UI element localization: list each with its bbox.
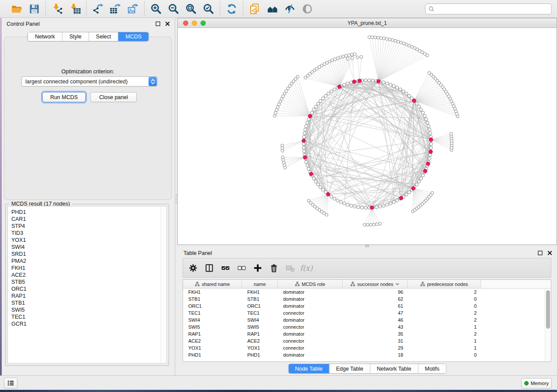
network-node[interactable] [345, 54, 348, 57]
mcds-hub-node[interactable] [377, 79, 380, 83]
network-node[interactable] [427, 124, 430, 127]
network-node[interactable] [316, 183, 319, 186]
network-node[interactable] [324, 94, 327, 97]
result-node-item[interactable]: GCR1 [11, 320, 166, 327]
run-mcds-button[interactable]: Run MCDS [42, 92, 86, 102]
network-node[interactable] [349, 204, 353, 207]
network-node[interactable] [376, 223, 379, 226]
mcds-hub-node[interactable] [338, 85, 341, 89]
zoom-window-button[interactable] [201, 21, 206, 26]
network-node[interactable] [377, 36, 380, 39]
network-node[interactable] [279, 100, 282, 103]
network-node[interactable] [431, 192, 434, 195]
tab-network[interactable]: Network [28, 32, 62, 41]
mcds-hub-node[interactable] [412, 99, 416, 102]
table-scrollbar-thumb[interactable] [546, 290, 550, 329]
network-node[interactable] [339, 200, 343, 203]
network-node[interactable] [405, 193, 408, 196]
network-node[interactable] [312, 177, 315, 180]
result-node-item[interactable]: RAP1 [11, 292, 166, 299]
network-node[interactable] [425, 118, 428, 121]
network-node[interactable] [314, 105, 317, 108]
import-table-button[interactable] [68, 2, 81, 15]
network-node[interactable] [284, 166, 287, 169]
network-node[interactable] [363, 223, 366, 226]
column-header-shared-name[interactable]: shared name [183, 280, 242, 288]
tab-motifs[interactable]: Motifs [418, 364, 446, 373]
mcds-hub-node[interactable] [326, 193, 330, 196]
table-row[interactable]: FKH1FKH1dominator962 [183, 289, 551, 296]
network-node[interactable] [386, 203, 389, 206]
network-canvas[interactable] [178, 28, 557, 244]
network-node[interactable] [356, 56, 359, 59]
network-node[interactable] [368, 36, 371, 39]
network-node[interactable] [327, 92, 330, 95]
float-panel-icon[interactable] [156, 21, 160, 26]
close-panel-icon[interactable] [547, 251, 552, 255]
network-node[interactable] [426, 121, 429, 124]
tab-node-table[interactable]: Node Table [288, 364, 329, 373]
network-node[interactable] [360, 55, 363, 58]
mcds-hub-node[interactable] [352, 80, 356, 83]
network-node[interactable] [273, 114, 276, 117]
add-column-button[interactable] [251, 261, 264, 275]
network-node[interactable] [428, 72, 431, 75]
network-node[interactable] [368, 79, 371, 82]
mcds-hub-node[interactable] [399, 196, 403, 200]
network-node[interactable] [314, 180, 317, 183]
network-node[interactable] [382, 81, 385, 84]
network-node[interactable] [402, 42, 405, 45]
export-table-button[interactable] [109, 2, 122, 15]
network-node[interactable] [374, 36, 377, 39]
minimize-window-button[interactable] [192, 21, 197, 26]
network-node[interactable] [310, 111, 313, 114]
network-node[interactable] [360, 206, 363, 209]
result-node-item[interactable]: CAR1 [11, 216, 166, 223]
show-columns-button[interactable] [203, 261, 216, 275]
float-panel-icon[interactable] [538, 251, 543, 255]
apply-layout-button[interactable] [225, 2, 238, 15]
network-node[interactable] [399, 41, 402, 44]
network-node[interactable] [333, 197, 336, 200]
network-node[interactable] [350, 53, 353, 56]
network-node[interactable] [371, 36, 374, 39]
result-node-item[interactable]: FKH1 [11, 265, 166, 272]
network-node[interactable] [302, 135, 305, 138]
export-image-button[interactable] [126, 2, 139, 15]
table-scrollbar-track[interactable] [545, 289, 551, 361]
network-node[interactable] [319, 100, 322, 103]
network-node[interactable] [307, 118, 310, 121]
network-node[interactable] [392, 200, 395, 203]
network-node[interactable] [330, 195, 333, 198]
network-node[interactable] [353, 53, 356, 56]
network-node[interactable] [322, 97, 325, 100]
network-node[interactable] [312, 108, 315, 111]
result-node-item[interactable]: ORC1 [11, 285, 166, 292]
result-node-item[interactable]: PMA2 [11, 258, 166, 265]
network-node[interactable] [339, 56, 342, 59]
network-node[interactable] [275, 108, 278, 111]
result-node-item[interactable]: PHD1 [11, 209, 166, 216]
mcds-hub-node[interactable] [303, 155, 307, 159]
network-node[interactable] [306, 121, 309, 124]
column-header-predecessor-nodes[interactable]: predecessor nodes [408, 280, 481, 288]
table-row[interactable]: TEC1TEC1connector472 [183, 309, 551, 316]
close-panel-button[interactable]: Close panel [90, 92, 137, 102]
network-node[interactable] [372, 223, 375, 226]
search-input[interactable] [436, 6, 548, 12]
network-window-titlebar[interactable]: YPA_prune.txt_1 [178, 18, 557, 28]
network-node[interactable] [276, 106, 279, 109]
network-node[interactable] [388, 38, 391, 41]
network-node[interactable] [357, 206, 360, 209]
close-panel-icon[interactable] [165, 21, 170, 26]
table-mode-gear-button[interactable] [187, 261, 200, 275]
network-node[interactable] [394, 39, 397, 42]
result-scrollbar-track[interactable] [161, 207, 166, 363]
open-file-button[interactable] [10, 2, 23, 15]
network-node[interactable] [306, 164, 309, 167]
result-node-item[interactable]: ACE2 [11, 272, 166, 279]
network-node[interactable] [353, 205, 356, 208]
network-node[interactable] [351, 57, 354, 60]
network-node[interactable] [380, 37, 383, 40]
network-node[interactable] [303, 132, 306, 135]
